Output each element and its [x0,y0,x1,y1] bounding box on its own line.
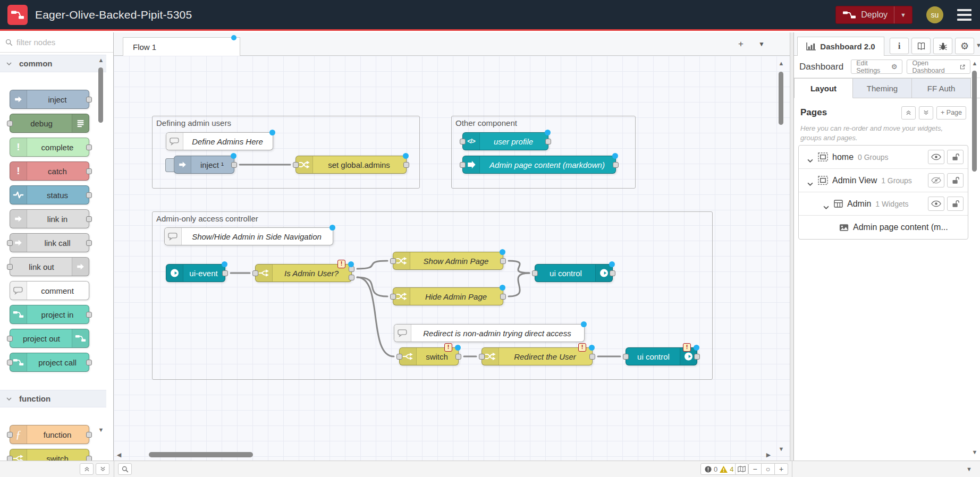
input-port[interactable] [7,240,13,246]
lock-toggle-button[interactable] [947,173,964,188]
canvas-vscrollbar[interactable]: ▲ ▼ [778,58,784,456]
node-define-admins-here[interactable]: Define Admins Here [166,132,273,150]
flow-canvas[interactable]: Defining admin usersOther componentAdmin… [114,56,790,461]
edit-settings-button[interactable]: Edit Settings ⚙ [851,59,902,74]
input-port[interactable] [390,258,396,264]
footer-sidebar-caret[interactable]: ▼ [966,466,972,472]
canvas-hscrollbar[interactable]: ◀ ▶ [114,451,777,458]
add-page-button[interactable]: + Page [936,106,966,120]
palette-node-link-call[interactable]: link call [10,233,89,252]
sidebar-resize-handle[interactable] [790,32,794,461]
palette-node-link-in[interactable]: link in [10,209,89,228]
output-port[interactable] [86,240,92,246]
notification-counts[interactable]: 0 4 [700,463,738,475]
output-port[interactable] [500,294,506,300]
output-port[interactable] [500,258,506,264]
input-port[interactable] [7,432,13,438]
minimap-button[interactable] [735,463,748,475]
node-hide-admin-page[interactable]: Hide Admin Page [393,287,503,305]
input-port[interactable] [532,270,538,276]
output-port[interactable] [403,162,409,168]
palette-node-project-call[interactable]: project call [10,353,89,372]
visibility-toggle-button[interactable] [928,197,944,211]
output-port[interactable] [231,162,237,168]
zoom-reset-button[interactable]: ○ [762,463,775,475]
node-ui-control[interactable]: ui control! [626,347,697,365]
palette-node-project-out[interactable]: project out [10,329,89,348]
sidebar-tabs-caret[interactable]: ▼ [976,42,980,48]
palette-category-function[interactable]: function [0,390,106,407]
add-flow-button[interactable]: + [738,39,744,49]
help-tab-button[interactable] [911,38,931,54]
group-other-component[interactable]: Other component [451,116,636,189]
filter-nodes-input[interactable] [16,38,96,47]
deploy-options-caret[interactable]: ▼ [894,6,912,23]
output-port[interactable] [545,139,551,144]
palette-search[interactable] [0,32,113,53]
input-port[interactable] [623,354,629,360]
output-port[interactable] [222,270,228,276]
scroll-down-icon[interactable]: ▼ [778,446,784,452]
scroll-up-icon[interactable]: ▲ [98,57,104,63]
zoom-out-button[interactable]: − [748,463,762,475]
input-port[interactable] [390,294,396,300]
tree-row-home[interactable]: home0 Groups [799,146,968,169]
output-port[interactable] [613,162,619,168]
scroll-right-icon[interactable]: ▶ [765,452,772,458]
tab-ff-auth[interactable]: FF Auth [912,78,971,98]
output-port[interactable] [86,97,92,103]
output-port[interactable] [610,270,615,276]
scroll-up-icon[interactable]: ▲ [778,60,784,66]
palette-node-project-in[interactable]: project in [10,305,89,324]
user-avatar[interactable]: su [926,6,943,23]
canvas-hscroll-thumb[interactable] [149,452,253,457]
scroll-down-icon[interactable]: ▼ [98,427,104,433]
input-port[interactable] [460,139,466,144]
sidebar-scrollbar-thumb[interactable] [972,71,977,172]
output-port[interactable] [86,144,92,150]
palette-expand-all-button[interactable] [96,463,109,475]
node-admin-page-content-markdown[interactable]: Admin page content (markdown) [462,156,616,174]
palette-node-function[interactable]: ƒfunction [10,425,89,444]
inject-trigger-button[interactable] [165,158,174,172]
expand-all-button[interactable] [919,106,933,120]
info-tab-button[interactable]: i [890,38,909,54]
output-port[interactable] [86,432,92,438]
output-port-2[interactable] [349,275,354,280]
node-user-profile[interactable]: </>user profile [462,132,548,150]
node-is-admin-user[interactable]: Is Admin User?! [255,264,352,282]
tree-row-admin-page-content-m[interactable]: Admin page content (m... [799,216,968,239]
palette-node-switch[interactable]: switch [10,449,89,461]
scroll-up-icon[interactable]: ▲ [971,60,978,66]
node-switch[interactable]: switch! [399,347,459,365]
sidebar-scrollbar[interactable]: ▲ ▼ [971,59,978,457]
node-show-admin-page[interactable]: Show Admin Page [393,252,503,270]
palette-scrollbar[interactable]: ▲ ▼ [98,32,104,440]
canvas-search-button[interactable] [118,463,132,475]
input-port[interactable] [7,264,13,270]
open-dashboard-button[interactable]: Open Dashboard [907,59,970,74]
node-ui-control[interactable]: ui control [535,264,613,282]
output-port[interactable] [86,168,92,174]
node-redirect-the-user[interactable]: Redirect the User! [481,347,593,365]
chevron-down-icon[interactable] [807,178,813,182]
scroll-left-icon[interactable]: ◀ [116,452,122,458]
scroll-down-icon[interactable]: ▼ [971,449,978,455]
flow-list-caret[interactable]: ▼ [758,40,765,48]
canvas-vscroll-thumb[interactable] [779,72,783,125]
palette-node-debug[interactable]: debug [10,114,89,133]
lock-toggle-button[interactable] [947,150,964,164]
input-port[interactable] [479,354,485,360]
output-port[interactable] [589,354,595,360]
palette-node-status[interactable]: status [10,185,89,205]
output-port[interactable] [86,360,92,365]
tab-theming[interactable]: Theming [853,78,912,98]
zoom-in-button[interactable]: + [775,463,788,475]
visibility-toggle-button[interactable] [928,150,944,164]
tab-dashboard-2[interactable]: Dashboard 2.0 [797,37,884,56]
collapse-all-button[interactable] [901,106,916,120]
visibility-toggle-button[interactable] [928,173,944,188]
input-port[interactable] [7,336,13,342]
palette-node-complete[interactable]: !complete [10,138,89,157]
node-set-global-admins[interactable]: set global.admins [295,156,407,174]
